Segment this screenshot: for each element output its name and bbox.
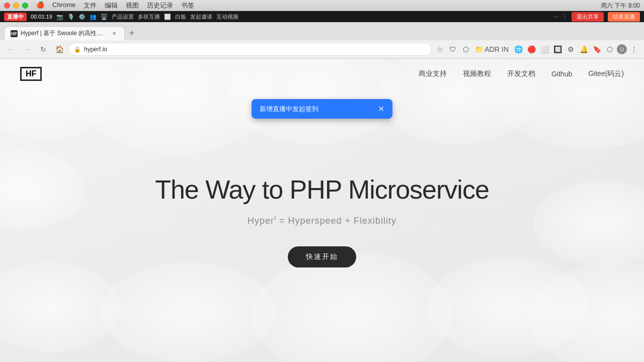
live-interactive-video-label: 互动视频 [216, 13, 238, 21]
notification-text: 新增直播中发起签到 [260, 105, 372, 114]
browser-chrome: HF Hyperf | 基于 Swoole 的高性能... ✕ + ← → ↻ … [0, 22, 644, 59]
live-whiteboard-icon[interactable]: ⬜ [164, 14, 171, 20]
hero-subtitle: Hyperf = Hyperspeed + Flexibility [248, 215, 396, 226]
address-input[interactable]: 🔒 hyperf.io [68, 43, 432, 56]
extension-icon-10[interactable]: 🔔 [578, 43, 590, 55]
live-people-icon[interactable]: 👥 [90, 14, 97, 20]
hero-sup: f [274, 215, 276, 221]
hero-section: The Way to PHP Microservice Hyperf = Hyp… [0, 79, 644, 362]
shield-icon[interactable]: 🛡 [447, 43, 459, 55]
apple-menu[interactable]: 🍎 [36, 1, 44, 10]
exit-share-button[interactable]: 退出共享 [572, 12, 604, 22]
lock-icon: 🔒 [74, 46, 81, 53]
extension-icon-7[interactable]: ⬜ [538, 43, 550, 55]
extension-icon-8[interactable]: 🔲 [551, 43, 564, 55]
forward-button[interactable]: → [20, 42, 34, 56]
notification-popup: 新增直播中发起签到 ✕ [252, 99, 392, 119]
extension-icon-4[interactable]: IN [499, 43, 511, 55]
live-bar: 直播中 00:01:19 📷 🎙️ ⚙️ 👥 🖥️ 产品设置 多联互播 ⬜ 白板… [0, 11, 644, 22]
live-badge: 直播中 [4, 13, 27, 21]
menu-history[interactable]: 历史记录 [147, 1, 173, 10]
new-tab-button[interactable]: + [125, 26, 139, 40]
menu-view[interactable]: 视图 [126, 1, 139, 10]
tab-close-button[interactable]: ✕ [110, 30, 118, 38]
extension-icon-6[interactable]: 🔴 [525, 43, 537, 55]
back-button[interactable]: ← [4, 42, 18, 56]
extension-icon-2[interactable]: 📁 [473, 43, 485, 55]
tab-title: Hyperf | 基于 Swoole 的高性能... [21, 29, 107, 38]
titlebar: 🍎 Chrome 文件 编辑 视图 历史记录 书签 周六 下午 8:00 [0, 0, 644, 11]
macos-menu: 🍎 Chrome 文件 编辑 视图 历史记录 书签 [36, 1, 194, 10]
titlebar-right: 周六 下午 8:00 [601, 0, 640, 11]
end-live-button[interactable]: 结束直播 [608, 12, 640, 22]
browser-tab[interactable]: HF Hyperf | 基于 Swoole 的高性能... ✕ [4, 26, 125, 40]
extension-icon-5[interactable]: 🌐 [512, 43, 524, 55]
extension-icon-11[interactable]: 🔖 [591, 43, 603, 55]
tab-favicon: HF [11, 30, 18, 37]
close-window-button[interactable] [4, 3, 10, 9]
get-started-button[interactable]: 快速开始 [288, 246, 356, 267]
extension-icon-12[interactable]: ⬡ [604, 43, 616, 55]
live-screen-icon[interactable]: 🖥️ [101, 14, 108, 20]
nav-link-gitee[interactable]: Gitee(码云) [588, 69, 624, 78]
live-mic-icon[interactable]: 🎙️ [67, 14, 74, 20]
tab-bar: HF Hyperf | 基于 Swoole 的高性能... ✕ + [0, 22, 644, 40]
hero-title: The Way to PHP Microservice [155, 174, 489, 205]
live-more-options[interactable]: ⋮ [562, 14, 568, 20]
live-multi-broadcast-label: 多联互播 [138, 13, 160, 21]
live-whiteboard-label: 白板 [175, 13, 186, 21]
website-content: 新增直播中发起签到 ✕ HF 商业支持 视频教程 开发文档 Github Git… [0, 59, 644, 362]
toolbar-icons: ☆ 🛡 ⬡ 📁 ADR IN 🌐 🔴 ⬜ 🔲 ⚙ 🔔 🔖 ⬡ U ⋮ [434, 43, 640, 55]
address-bar: ← → ↻ 🏠 🔒 hyperf.io ☆ 🛡 ⬡ 📁 ADR IN 🌐 🔴 ⬜… [0, 40, 644, 58]
notification-close-button[interactable]: ✕ [378, 104, 384, 114]
menu-bookmarks[interactable]: 书签 [181, 1, 194, 10]
extension-icon-3[interactable]: ADR [486, 43, 498, 55]
url-display[interactable]: hyperf.io [84, 46, 426, 53]
extension-icon-9[interactable]: ⚙ [565, 43, 577, 55]
site-nav-links: 商业支持 视频教程 开发文档 Github Gitee(码云) [419, 69, 624, 78]
nav-link-video[interactable]: 视频教程 [463, 69, 491, 78]
menu-file[interactable]: 文件 [84, 1, 97, 10]
minimize-window-button[interactable] [13, 3, 19, 9]
live-more-icon[interactable]: ··· [553, 14, 558, 20]
live-product-settings-label: 产品设置 [112, 13, 134, 21]
app-name[interactable]: Chrome [52, 1, 75, 10]
home-button[interactable]: 🏠 [52, 42, 66, 56]
live-camera-icon[interactable]: 📷 [56, 14, 63, 20]
live-timer: 00:01:19 [31, 14, 52, 20]
user-avatar[interactable]: U [617, 44, 627, 54]
refresh-button[interactable]: ↻ [36, 42, 50, 56]
datetime: 周六 下午 8:00 [601, 2, 640, 10]
nav-link-docs[interactable]: 开发文档 [507, 69, 535, 78]
more-options-icon[interactable]: ⋮ [628, 43, 640, 55]
nav-link-github[interactable]: Github [551, 70, 572, 78]
maximize-window-button[interactable] [22, 3, 28, 9]
live-settings-icon[interactable]: ⚙️ [78, 14, 86, 20]
nav-link-commercial[interactable]: 商业支持 [419, 69, 447, 78]
bookmark-icon[interactable]: ☆ [434, 43, 446, 55]
logo-text: HF [26, 69, 36, 78]
traffic-lights[interactable] [4, 3, 28, 9]
extension-icon-1[interactable]: ⬡ [460, 43, 472, 55]
menu-edit[interactable]: 编辑 [105, 1, 118, 10]
live-invite-label: 发起邀请 [190, 13, 212, 21]
